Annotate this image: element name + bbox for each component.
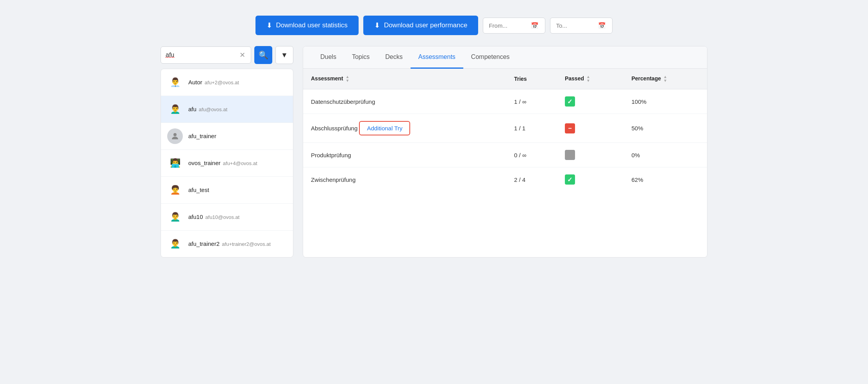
tries-cell: 1 / ∞ — [506, 89, 557, 114]
filter-icon: ▼ — [281, 51, 288, 59]
user-email: afu10@ovos.at — [205, 214, 240, 220]
filter-button[interactable]: ▼ — [275, 46, 293, 64]
user-name: afu10 — [188, 213, 203, 220]
passed-green-badge: ✓ — [565, 96, 575, 107]
tries-cell: 0 / ∞ — [506, 143, 557, 167]
table-row: Abschlussprüfung Additional Try1 / 1−50% — [303, 114, 707, 143]
table-row: Datenschutzüberprüfung1 / ∞✓100% — [303, 89, 707, 114]
percentage-cell: 0% — [623, 143, 707, 167]
sort-icon-assessment: ▲▼ — [346, 75, 350, 83]
download-stats-label: Download user statistics — [276, 21, 348, 29]
user-name: afu_test — [188, 187, 209, 193]
percentage-cell: 62% — [623, 167, 707, 192]
user-name: Autor — [188, 79, 202, 85]
list-item[interactable]: 👨‍🦱afu_trainer2afu+trainer2@ovos.at — [161, 231, 293, 257]
to-date-input[interactable] — [556, 22, 595, 29]
assessments-table: Assessment▲▼TriesPassed▲▼Percentage▲▼ Da… — [303, 69, 707, 192]
sort-icon-percentage: ▲▼ — [663, 75, 667, 83]
passed-green-badge: ✓ — [565, 174, 575, 185]
col-header-passed[interactable]: Passed▲▼ — [557, 69, 624, 89]
assessment-cell: Datenschutzüberprüfung — [303, 89, 506, 114]
tab-decks[interactable]: Decks — [377, 46, 410, 69]
list-item[interactable]: 👨‍🦱afu10afu10@ovos.at — [161, 204, 293, 231]
passed-cell: ✓ — [557, 167, 624, 192]
clear-search-button[interactable]: ✕ — [239, 51, 246, 59]
table-header: Assessment▲▼TriesPassed▲▼Percentage▲▼ — [303, 69, 707, 89]
avatar: 👨‍🦱 — [167, 101, 183, 117]
list-item[interactable]: 👨‍💼Autorafu+2@ovos.at — [161, 69, 293, 96]
col-header-assessment[interactable]: Assessment▲▼ — [303, 69, 506, 89]
tab-competences[interactable]: Competences — [463, 46, 518, 69]
search-bar: ✕ 🔍 ▼ — [161, 46, 293, 64]
user-email: afu+trainer2@ovos.at — [222, 241, 271, 247]
list-item[interactable]: 🧑‍🦱afu_test — [161, 177, 293, 204]
top-bar: ⬇ Download user statistics ⬇ Download us… — [255, 16, 613, 35]
table-row: Produktprüfung0 / ∞ 0% — [303, 143, 707, 167]
search-button[interactable]: 🔍 — [254, 46, 272, 64]
to-calendar-icon: 📅 — [598, 22, 606, 29]
avatar: 👨‍🦱 — [167, 209, 183, 225]
passed-red-badge: − — [565, 123, 575, 133]
from-calendar-icon: 📅 — [531, 22, 539, 29]
percentage-cell: 50% — [623, 114, 707, 143]
col-header-percentage[interactable]: Percentage▲▼ — [623, 69, 707, 89]
sort-icon-passed: ▲▼ — [586, 75, 590, 83]
user-name: ovos_trainer — [188, 160, 221, 166]
user-name: afu_trainer — [188, 133, 216, 139]
search-icon: 🔍 — [259, 50, 268, 60]
assessment-cell: Abschlussprüfung Additional Try — [303, 114, 506, 143]
search-input-wrap: ✕ — [161, 46, 251, 64]
avatar: 👨‍💼 — [167, 75, 183, 90]
passed-cell: − — [557, 114, 624, 143]
list-item[interactable]: afu_trainer — [161, 123, 293, 150]
table-wrap: Assessment▲▼TriesPassed▲▼Percentage▲▼ Da… — [303, 69, 707, 192]
avatar — [167, 128, 183, 144]
passed-cell — [557, 143, 624, 167]
main-content: ✕ 🔍 ▼ 👨‍💼Autorafu+2@ovos.at👨‍🦱afuafu@ovo… — [161, 46, 707, 258]
right-panel: DuelsTopicsDecksAssessmentsCompetences A… — [303, 46, 707, 258]
download-perf-label: Download user performance — [384, 21, 468, 29]
passed-cell: ✓ — [557, 89, 624, 114]
download-performance-button[interactable]: ⬇ Download user performance — [363, 16, 479, 35]
additional-try-button[interactable]: Additional Try — [359, 121, 410, 135]
user-email: afu@ovos.at — [199, 107, 227, 112]
to-date-input-wrap: 📅 — [550, 18, 613, 34]
table-body: Datenschutzüberprüfung1 / ∞✓100%Abschlus… — [303, 89, 707, 192]
avatar: 👨‍💻 — [167, 155, 183, 171]
user-name: afu_trainer2 — [188, 240, 220, 247]
list-item[interactable]: 👨‍💻ovos_trainerafu+4@ovos.at — [161, 150, 293, 177]
avatar: 👨‍🦱 — [167, 236, 183, 252]
left-panel: ✕ 🔍 ▼ 👨‍💼Autorafu+2@ovos.at👨‍🦱afuafu@ovo… — [161, 46, 293, 258]
svg-point-0 — [173, 133, 177, 136]
list-item[interactable]: 👨‍🦱afuafu@ovos.at — [161, 96, 293, 123]
avatar: 🧑‍🦱 — [167, 182, 183, 198]
tries-cell: 2 / 4 — [506, 167, 557, 192]
user-email: afu+2@ovos.at — [205, 80, 239, 85]
search-input[interactable] — [166, 52, 236, 59]
tab-duels[interactable]: Duels — [313, 46, 344, 69]
user-email: afu+4@ovos.at — [223, 160, 257, 166]
assessment-name: Abschlussprüfung — [311, 125, 359, 132]
download-stats-button[interactable]: ⬇ Download user statistics — [255, 16, 359, 35]
tries-cell: 1 / 1 — [506, 114, 557, 143]
tab-topics[interactable]: Topics — [344, 46, 377, 69]
assessment-cell: Zwischenprüfung — [303, 167, 506, 192]
from-date-input-wrap: 📅 — [483, 18, 545, 34]
download-stats-icon: ⬇ — [266, 21, 272, 30]
assessment-cell: Produktprüfung — [303, 143, 506, 167]
passed-gray-badge — [565, 150, 575, 160]
table-row: Zwischenprüfung2 / 4✓62% — [303, 167, 707, 192]
download-perf-icon: ⬇ — [374, 21, 380, 30]
user-name: afu — [188, 106, 196, 112]
user-list: 👨‍💼Autorafu+2@ovos.at👨‍🦱afuafu@ovos.at a… — [161, 69, 293, 258]
percentage-cell: 100% — [623, 89, 707, 114]
tabs-bar: DuelsTopicsDecksAssessmentsCompetences — [303, 46, 707, 69]
header-row: Assessment▲▼TriesPassed▲▼Percentage▲▼ — [303, 69, 707, 89]
tab-assessments[interactable]: Assessments — [411, 46, 463, 69]
from-date-input[interactable] — [489, 22, 528, 29]
col-header-tries: Tries — [506, 69, 557, 89]
